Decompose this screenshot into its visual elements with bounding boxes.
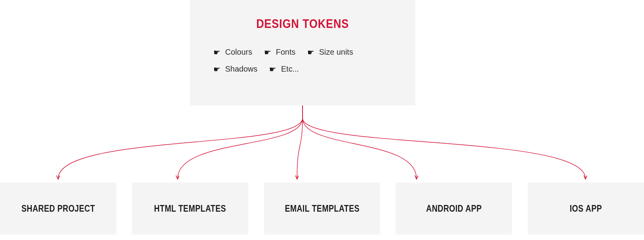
token-item: ☛ Colours	[213, 48, 252, 57]
target-label: EMAIL TEMPLATES	[284, 203, 359, 214]
targets-row: SHARED PROJECT HTML TEMPLATES EMAIL TEMP…	[0, 183, 644, 234]
token-label: Size units	[319, 48, 353, 57]
pointer-icon: ☛	[307, 48, 314, 56]
token-label: Shadows	[225, 65, 257, 74]
design-tokens-box: DESIGN TOKENS ☛ Colours ☛ Fonts ☛ Size u…	[190, 0, 415, 105]
target-ios-app: IOS APP	[528, 183, 644, 234]
pointer-icon: ☛	[264, 48, 271, 56]
token-item: ☛ Fonts	[264, 48, 295, 57]
design-tokens-title: DESIGN TOKENS	[220, 17, 385, 31]
token-label: Colours	[225, 48, 252, 57]
token-item: ☛ Shadows	[213, 65, 257, 74]
target-android-app: ANDROID APP	[396, 183, 512, 234]
pointer-icon: ☛	[269, 65, 276, 73]
target-email-templates: EMAIL TEMPLATES	[264, 183, 380, 234]
target-html-templates: HTML TEMPLATES	[132, 183, 248, 234]
target-label: ANDROID APP	[426, 203, 482, 214]
target-label: IOS APP	[570, 203, 602, 214]
target-shared-project: SHARED PROJECT	[0, 183, 116, 234]
token-label: Fonts	[276, 48, 295, 57]
target-label: HTML TEMPLATES	[154, 203, 226, 214]
target-label: SHARED PROJECT	[21, 203, 95, 214]
token-label: Etc...	[281, 65, 299, 74]
pointer-icon: ☛	[213, 48, 220, 56]
pointer-icon: ☛	[213, 65, 220, 73]
token-list: ☛ Colours ☛ Fonts ☛ Size units ☛ Shadows…	[205, 48, 394, 74]
token-item: ☛ Size units	[307, 48, 353, 57]
token-item: ☛ Etc...	[269, 65, 299, 74]
